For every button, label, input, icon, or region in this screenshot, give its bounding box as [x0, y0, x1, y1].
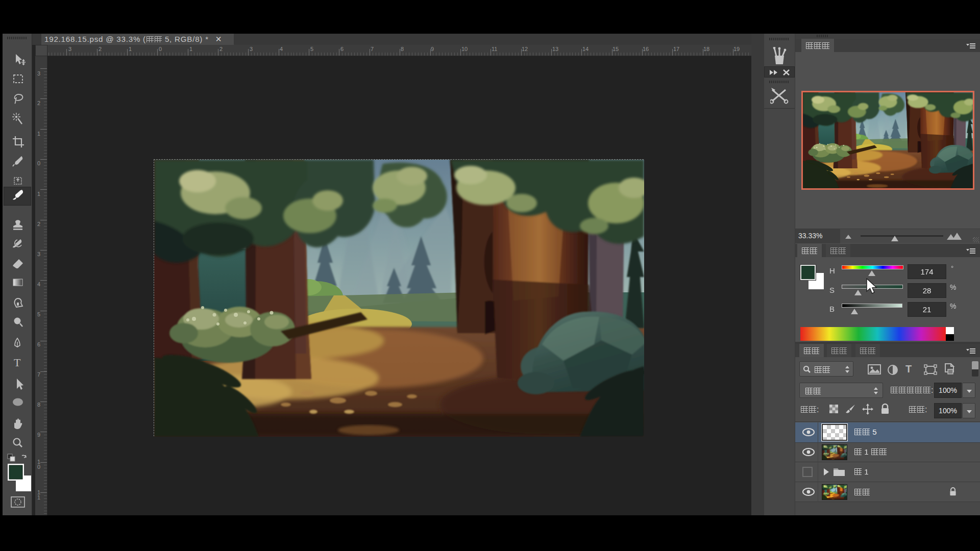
svg-text:T: T	[14, 356, 21, 369]
